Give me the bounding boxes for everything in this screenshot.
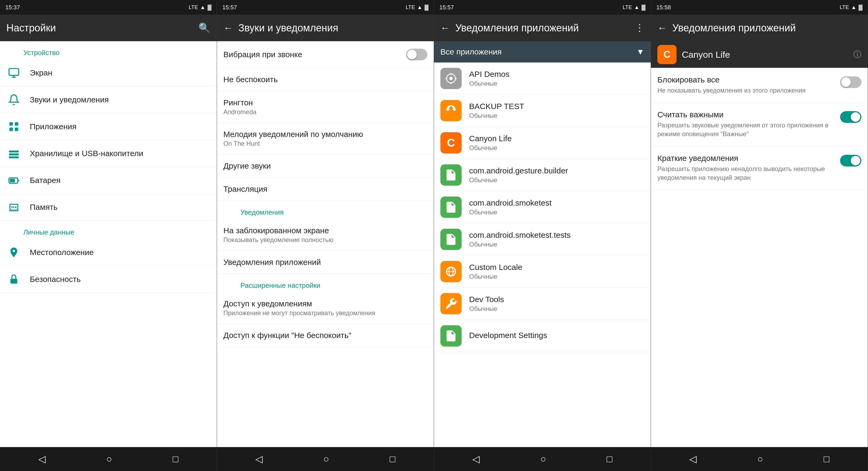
- app-item-canyon[interactable]: C Canyon Life Обычные: [434, 127, 651, 159]
- block-all-text: Блокировать все Не показывать уведомлени…: [657, 75, 836, 95]
- svg-rect-8: [9, 153, 19, 155]
- dnd-access-item[interactable]: Доступ к функции "Не беспокоить": [217, 324, 434, 347]
- vibration-toggle-item[interactable]: Вибрация при звонке: [217, 41, 434, 68]
- app-sub-locale: Обычные: [469, 273, 522, 280]
- status-icons-2: LTE ▲ ▓: [406, 4, 428, 10]
- brief-setting[interactable]: Краткие уведомления Разрешить приложению…: [651, 146, 868, 190]
- app-item-api-demos[interactable]: API Demos Обычные: [434, 63, 651, 95]
- dropdown-bar[interactable]: Все приложения ▼: [434, 41, 651, 63]
- recent-button-2[interactable]: □: [379, 451, 406, 467]
- status-time-4: 15:58: [656, 4, 671, 11]
- svg-rect-5: [9, 128, 13, 131]
- recent-button-3[interactable]: □: [596, 451, 623, 467]
- app-item-backup[interactable]: BACKUP TEST Обычные: [434, 95, 651, 127]
- home-button-2[interactable]: ○: [313, 451, 340, 467]
- app-text-devsettings: Development Settings: [469, 331, 547, 341]
- app-icon-backup: [440, 100, 462, 121]
- apps-label: Приложения: [30, 122, 210, 131]
- settings-item-security[interactable]: Безопасность: [0, 266, 217, 293]
- battery-icon-1: ▓: [208, 4, 211, 10]
- battery-icon-3: ▓: [642, 4, 645, 10]
- settings-item-battery[interactable]: Батарея: [0, 167, 217, 194]
- app-name-gesture: com.android.gesture.builder: [469, 166, 568, 175]
- app-item-smoketest-tests[interactable]: com.android.smoketest.tests Обычные: [434, 223, 651, 256]
- app-bar-title-3: Уведомления приложений: [455, 22, 630, 34]
- more-icon-3[interactable]: ⋮: [635, 22, 644, 33]
- notif-melody-value: On The Hunt: [223, 140, 427, 147]
- app-item-locale[interactable]: Custom Locale Обычные: [434, 256, 651, 288]
- dnd-item[interactable]: Не беспокоить: [217, 68, 434, 91]
- back-arrow-2[interactable]: ←: [223, 22, 233, 33]
- block-all-title: Блокировать все: [657, 75, 836, 84]
- app-item-smoketest[interactable]: com.android.smoketest Обычные: [434, 191, 651, 223]
- settings-item-storage[interactable]: Хранилище и USB-накопители: [0, 140, 217, 167]
- svg-rect-3: [9, 122, 13, 126]
- back-arrow-3[interactable]: ←: [440, 22, 450, 33]
- recent-button-4[interactable]: □: [813, 451, 840, 467]
- app-name-canyon: Canyon Life: [469, 134, 512, 143]
- settings-item-sound[interactable]: Звуки и уведомления: [0, 87, 217, 113]
- block-all-toggle[interactable]: [840, 76, 861, 88]
- home-button-3[interactable]: ○: [530, 451, 557, 467]
- vibration-toggle[interactable]: [406, 49, 427, 60]
- storage-text: Хранилище и USB-накопители: [30, 149, 210, 158]
- app-text-api-demos: API Demos Обычные: [469, 70, 509, 87]
- battery-text: Батарея: [30, 176, 210, 185]
- ringtone-item[interactable]: Рингтон Andromeda: [217, 91, 434, 123]
- notif-access-item[interactable]: Доступ к уведомлениям Приложения не могу…: [217, 292, 434, 324]
- storage-icon: [6, 146, 21, 161]
- notif-melody-item[interactable]: Мелодия уведомлений по умолчанию On The …: [217, 123, 434, 155]
- important-setting[interactable]: Считать важными Разрешить звуковые уведо…: [651, 103, 868, 146]
- app-item-devtools[interactable]: Dev Tools Обычные: [434, 288, 651, 320]
- important-toggle[interactable]: [840, 111, 861, 123]
- other-sounds-item[interactable]: Другие звуки: [217, 155, 434, 178]
- app-bar-3: ← Уведомления приложений ⋮: [434, 14, 651, 41]
- brief-toggle[interactable]: [840, 155, 861, 166]
- brief-toggle-knob: [851, 156, 860, 165]
- canyon-notif-content: Блокировать все Не показывать уведомлени…: [651, 68, 868, 447]
- app-item-devsettings[interactable]: Development Settings: [434, 320, 651, 352]
- app-icon-locale: [440, 261, 462, 282]
- dropdown-arrow-icon: ▼: [637, 48, 644, 56]
- back-button-2[interactable]: ◁: [245, 451, 273, 467]
- home-button-1[interactable]: ○: [96, 451, 123, 467]
- settings-item-apps[interactable]: Приложения: [0, 113, 217, 140]
- broadcast-label: Трансляция: [223, 185, 427, 194]
- screen-canyon-notif: 15:58 LTE ▲ ▓ ← Уведомления приложений C…: [651, 0, 868, 471]
- broadcast-item[interactable]: Трансляция: [217, 178, 434, 201]
- apps-text: Приложения: [30, 122, 210, 131]
- back-button-4[interactable]: ◁: [679, 451, 707, 467]
- app-list-content: API Demos Обычные BACKUP TEST Обычные C …: [434, 63, 651, 447]
- app-text-smoketest-tests: com.android.smoketest.tests Обычные: [469, 230, 571, 248]
- back-button-1[interactable]: ◁: [28, 451, 56, 467]
- app-sub-smoketest: Обычные: [469, 209, 552, 216]
- lock-screen-notif-label: На заблокированном экране: [223, 226, 427, 235]
- app-name-locale: Custom Locale: [469, 263, 522, 272]
- display-icon: [6, 65, 21, 80]
- info-icon[interactable]: ⓘ: [854, 49, 861, 60]
- back-arrow-4[interactable]: ←: [657, 22, 667, 33]
- lock-screen-notif-item[interactable]: На заблокированном экране Показывать уве…: [217, 219, 434, 251]
- signal-icon-4: LTE: [840, 4, 849, 10]
- search-icon[interactable]: 🔍: [198, 22, 210, 33]
- recent-button-1[interactable]: □: [162, 451, 189, 467]
- location-text: Местоположение: [30, 248, 210, 257]
- location-label: Местоположение: [30, 248, 210, 257]
- app-item-gesture[interactable]: com.android.gesture.builder Обычные: [434, 159, 651, 191]
- home-button-4[interactable]: ○: [747, 451, 774, 467]
- nav-bar-3: ◁ ○ □: [434, 447, 651, 471]
- settings-item-location[interactable]: Местоположение: [0, 239, 217, 266]
- battery-label: Батарея: [30, 176, 210, 185]
- block-all-setting[interactable]: Блокировать все Не показывать уведомлени…: [651, 68, 868, 103]
- app-notif-item[interactable]: Уведомления приложений: [217, 251, 434, 274]
- app-sub-canyon: Обычные: [469, 144, 512, 152]
- app-name-api-demos: API Demos: [469, 70, 509, 79]
- security-label: Безопасность: [30, 275, 210, 284]
- settings-item-display[interactable]: Экран: [0, 60, 217, 87]
- dnd-label: Не беспокоить: [223, 75, 427, 84]
- wifi-icon-3: ▲: [634, 4, 640, 10]
- settings-item-memory[interactable]: Память: [0, 194, 217, 221]
- back-button-3[interactable]: ◁: [462, 451, 490, 467]
- svg-rect-7: [9, 151, 19, 152]
- app-notif-label: Уведомления приложений: [223, 258, 427, 267]
